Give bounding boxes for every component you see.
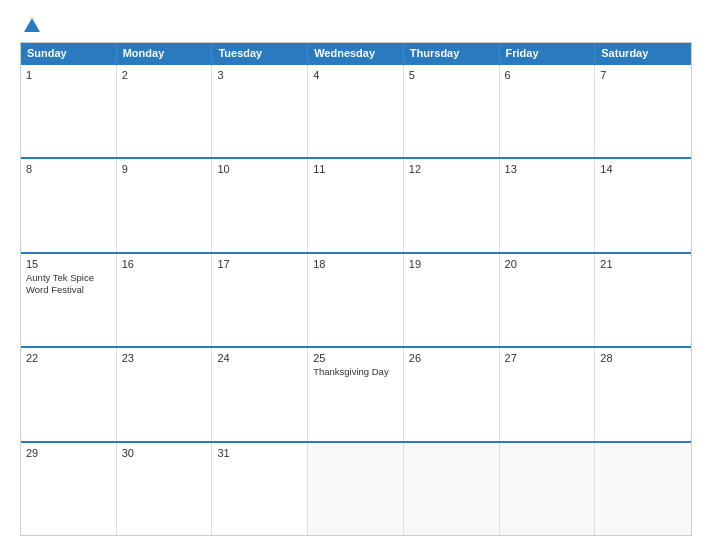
day-number: 21 (600, 258, 686, 270)
day-number: 26 (409, 352, 494, 364)
day-number: 4 (313, 69, 398, 81)
day-cell: 28 (595, 348, 691, 440)
day-cell: 24 (212, 348, 308, 440)
day-number: 10 (217, 163, 302, 175)
day-number: 7 (600, 69, 686, 81)
day-cell: 1 (21, 65, 117, 157)
day-number: 23 (122, 352, 207, 364)
day-cell: 7 (595, 65, 691, 157)
day-cell: 31 (212, 443, 308, 535)
day-number: 9 (122, 163, 207, 175)
day-number: 5 (409, 69, 494, 81)
day-header-friday: Friday (500, 43, 596, 63)
day-cell: 9 (117, 159, 213, 251)
week-row-5: 293031 (21, 441, 691, 535)
day-header-saturday: Saturday (595, 43, 691, 63)
day-cell: 26 (404, 348, 500, 440)
day-number: 24 (217, 352, 302, 364)
day-cell: 16 (117, 254, 213, 346)
day-cell: 27 (500, 348, 596, 440)
day-cell: 15Aunty Tek Spice Word Festival (21, 254, 117, 346)
day-number: 18 (313, 258, 398, 270)
day-cell: 2 (117, 65, 213, 157)
day-cell: 29 (21, 443, 117, 535)
day-cell: 11 (308, 159, 404, 251)
day-cell: 23 (117, 348, 213, 440)
day-cell: 10 (212, 159, 308, 251)
week-row-1: 1234567 (21, 63, 691, 157)
day-cell: 21 (595, 254, 691, 346)
day-number: 2 (122, 69, 207, 81)
day-header-sunday: Sunday (21, 43, 117, 63)
day-cell: 18 (308, 254, 404, 346)
day-cell: 20 (500, 254, 596, 346)
day-number: 15 (26, 258, 111, 270)
day-cell: 17 (212, 254, 308, 346)
day-header-thursday: Thursday (404, 43, 500, 63)
day-number: 27 (505, 352, 590, 364)
day-number: 29 (26, 447, 111, 459)
day-number: 14 (600, 163, 686, 175)
week-row-4: 22232425Thanksgiving Day262728 (21, 346, 691, 440)
day-cell: 30 (117, 443, 213, 535)
day-number: 31 (217, 447, 302, 459)
event-label: Aunty Tek Spice Word Festival (26, 272, 111, 297)
day-cell (500, 443, 596, 535)
day-cell: 12 (404, 159, 500, 251)
day-number: 17 (217, 258, 302, 270)
day-number: 28 (600, 352, 686, 364)
day-cell: 13 (500, 159, 596, 251)
day-header-monday: Monday (117, 43, 213, 63)
day-cell: 5 (404, 65, 500, 157)
week-row-2: 891011121314 (21, 157, 691, 251)
page: SundayMondayTuesdayWednesdayThursdayFrid… (0, 0, 712, 550)
day-number: 16 (122, 258, 207, 270)
day-cell: 8 (21, 159, 117, 251)
day-cell: 22 (21, 348, 117, 440)
day-number: 22 (26, 352, 111, 364)
day-cell: 25Thanksgiving Day (308, 348, 404, 440)
day-number: 12 (409, 163, 494, 175)
logo (20, 18, 40, 34)
day-cell (308, 443, 404, 535)
day-cell: 4 (308, 65, 404, 157)
day-header-wednesday: Wednesday (308, 43, 404, 63)
day-cell: 19 (404, 254, 500, 346)
day-number: 20 (505, 258, 590, 270)
day-number: 19 (409, 258, 494, 270)
day-cell: 14 (595, 159, 691, 251)
day-number: 11 (313, 163, 398, 175)
day-number: 1 (26, 69, 111, 81)
day-cell (595, 443, 691, 535)
logo-triangle-icon (24, 18, 40, 32)
day-number: 13 (505, 163, 590, 175)
calendar: SundayMondayTuesdayWednesdayThursdayFrid… (20, 42, 692, 536)
day-cell (404, 443, 500, 535)
day-header-tuesday: Tuesday (212, 43, 308, 63)
day-number: 25 (313, 352, 398, 364)
header (20, 18, 692, 34)
day-cell: 6 (500, 65, 596, 157)
day-number: 3 (217, 69, 302, 81)
event-label: Thanksgiving Day (313, 366, 398, 378)
day-number: 8 (26, 163, 111, 175)
week-row-3: 15Aunty Tek Spice Word Festival161718192… (21, 252, 691, 346)
day-cell: 3 (212, 65, 308, 157)
day-number: 30 (122, 447, 207, 459)
calendar-body: 123456789101112131415Aunty Tek Spice Wor… (21, 63, 691, 535)
calendar-header: SundayMondayTuesdayWednesdayThursdayFrid… (21, 43, 691, 63)
day-number: 6 (505, 69, 590, 81)
